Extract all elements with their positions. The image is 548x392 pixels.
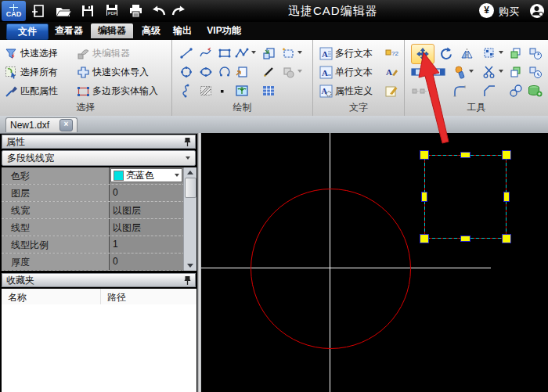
- match-properties-button[interactable]: 匹配属性: [5, 83, 58, 99]
- quick-entity-import-button[interactable]: 快速实体导入: [77, 64, 149, 80]
- draw-arc-button[interactable]: [217, 64, 233, 80]
- property-value[interactable]: 0: [110, 254, 184, 270]
- menu-advanced[interactable]: 高级: [138, 23, 164, 38]
- text-number-button[interactable]: ?2: [384, 45, 399, 61]
- draw-boundary-button[interactable]: [280, 45, 296, 61]
- trim-tool-button[interactable]: [481, 64, 497, 80]
- menu-output[interactable]: 输出: [169, 23, 196, 38]
- block-editor-button[interactable]: 块编辑器: [77, 45, 130, 61]
- rotate-copy-tool-button[interactable]: [527, 45, 543, 61]
- spray-tool-button[interactable]: [452, 64, 467, 80]
- drawn-circle-entity[interactable]: [251, 189, 411, 349]
- pin-icon[interactable]: [184, 275, 191, 286]
- draw-revision-cloud-button[interactable]: [178, 83, 194, 99]
- hatch-button[interactable]: [198, 83, 214, 99]
- drawing-canvas[interactable]: [201, 133, 548, 392]
- blend-curves-button[interactable]: [508, 83, 524, 99]
- new-file-button[interactable]: [28, 2, 47, 20]
- property-value[interactable]: 以图层: [110, 202, 184, 218]
- stretch-tool-button[interactable]: [411, 64, 427, 80]
- grip-midpoint[interactable]: [460, 152, 470, 158]
- grip-midpoint[interactable]: [460, 236, 470, 242]
- account-button[interactable]: [529, 3, 545, 19]
- array-dropdown-arrow-icon[interactable]: [499, 51, 503, 54]
- move-tool-button[interactable]: [411, 44, 434, 64]
- copy-tool-button[interactable]: [508, 45, 524, 61]
- draw-ellipse-button[interactable]: [198, 64, 214, 80]
- mtext-button[interactable]: A 多行文本: [319, 45, 373, 61]
- menu-editor[interactable]: 编辑器: [91, 23, 133, 38]
- array-tool-button[interactable]: [481, 45, 497, 61]
- xref-button[interactable]: [234, 64, 250, 80]
- grip-midpoint[interactable]: [503, 192, 510, 202]
- grip-corner[interactable]: [502, 150, 511, 160]
- rotate-tool-button[interactable]: [438, 45, 453, 61]
- user-icon: [529, 3, 545, 19]
- favorites-column-path[interactable]: 路径: [101, 289, 196, 304]
- grip-corner[interactable]: [420, 234, 429, 243]
- polyline-dropdown-arrow-icon[interactable]: [251, 51, 256, 54]
- draw-spline-button[interactable]: [198, 45, 214, 61]
- property-value[interactable]: 1: [110, 236, 184, 253]
- favorites-list[interactable]: [2, 304, 196, 392]
- color-dropdown[interactable]: 亮蓝色: [110, 168, 182, 182]
- properties-scrollbar[interactable]: [183, 167, 196, 271]
- grip-settings-button[interactable]: [411, 83, 445, 99]
- yen-icon[interactable]: ¥: [479, 3, 494, 18]
- insert-table-button[interactable]: [261, 83, 276, 99]
- edit-text-button[interactable]: [384, 83, 399, 99]
- print-button[interactable]: [126, 2, 145, 20]
- menu-vip[interactable]: VIP功能: [202, 23, 246, 38]
- property-type-selector[interactable]: 多段线线宽: [2, 150, 196, 166]
- copy-rotate2-button[interactable]: [527, 64, 543, 80]
- menu-file[interactable]: 文件: [6, 23, 49, 40]
- property-value[interactable]: 0: [110, 185, 184, 201]
- draw-polyline-button[interactable]: [234, 45, 250, 61]
- draw-circle-button[interactable]: [178, 64, 194, 80]
- save-button[interactable]: [78, 2, 97, 20]
- favorites-column-name[interactable]: 名称: [2, 289, 101, 304]
- quick-select-button[interactable]: 快速选择: [5, 45, 58, 61]
- open-file-button[interactable]: [54, 2, 73, 20]
- dtext-button[interactable]: A 单行文本: [319, 64, 373, 80]
- buy-button[interactable]: 购买: [499, 5, 519, 19]
- undo-button[interactable]: [150, 2, 168, 20]
- save-as-pdf-button[interactable]: PDF: [103, 2, 121, 20]
- selected-rectangle-entity[interactable]: [424, 155, 507, 239]
- offset-copy-button[interactable]: [508, 64, 524, 80]
- scrollbar-thumb[interactable]: [185, 178, 196, 198]
- property-value[interactable]: 以图层: [110, 219, 184, 236]
- insert-block-button[interactable]: [261, 45, 276, 61]
- scroll-up-arrow-icon[interactable]: [187, 171, 193, 174]
- tab-close-icon[interactable]: ×: [59, 119, 73, 131]
- draw-rectangle-button[interactable]: [217, 45, 233, 61]
- select-all-button[interactable]: 选择所有: [5, 64, 58, 80]
- insert-image-button[interactable]: [234, 83, 250, 99]
- document-tab[interactable]: New1.dxf ×: [5, 117, 78, 132]
- redo-button[interactable]: [169, 2, 188, 20]
- grip-corner[interactable]: [502, 234, 511, 243]
- region-dropdown-arrow-icon[interactable]: [297, 70, 302, 73]
- fillet-tool-button[interactable]: [452, 83, 467, 99]
- draw-point-button[interactable]: [218, 83, 227, 99]
- region-button[interactable]: [280, 64, 296, 80]
- edit-text-style-button[interactable]: A: [384, 64, 399, 80]
- pin-icon[interactable]: [184, 137, 191, 147]
- grip-corner[interactable]: [420, 150, 429, 160]
- chamfer-tool-button[interactable]: [481, 83, 497, 99]
- spray-dropdown-arrow-icon[interactable]: [469, 70, 474, 73]
- boundary-dropdown-arrow-icon[interactable]: [297, 51, 302, 54]
- grip-midpoint[interactable]: [421, 192, 427, 202]
- xref-icon: [235, 65, 249, 79]
- draw-line-button[interactable]: [178, 45, 194, 61]
- draw-pen-button[interactable]: [261, 64, 276, 80]
- polygon-entity-input-button[interactable]: 多边形实体输入: [77, 83, 158, 99]
- mirror-tool-button[interactable]: [459, 45, 474, 61]
- color-swatch: [114, 171, 124, 181]
- menu-viewer[interactable]: 查看器: [52, 23, 86, 38]
- scroll-down-arrow-icon[interactable]: [187, 264, 193, 268]
- add-to-database-button[interactable]: [527, 83, 543, 99]
- attribute-define-button[interactable]: A 属性定义: [319, 83, 373, 99]
- scale-tool-button[interactable]: [430, 64, 445, 80]
- trim-dropdown-arrow-icon[interactable]: [499, 70, 503, 73]
